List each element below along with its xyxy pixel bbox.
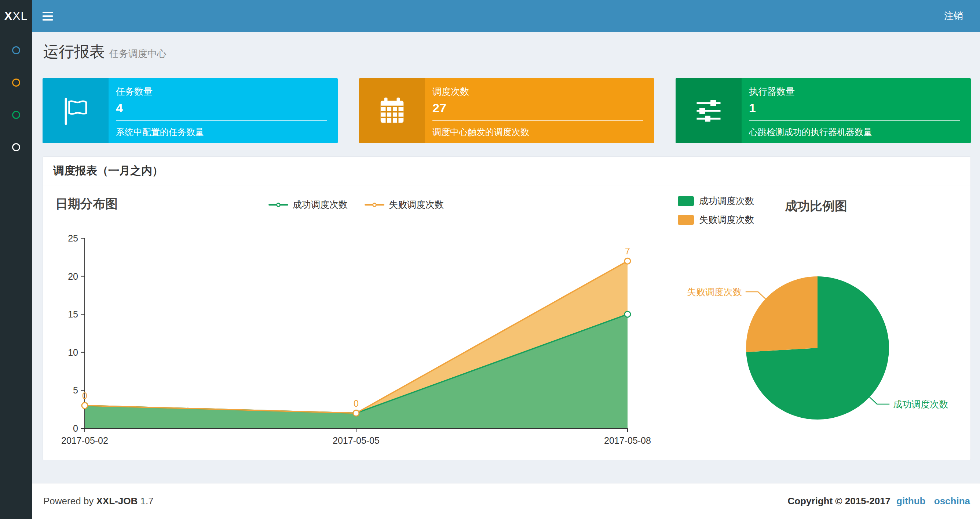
info-box-icon-area [359,78,425,143]
app-root: XXL 注销 运行报表任务调度中心 [0,0,980,519]
sidebar-item-2[interactable] [0,66,32,99]
value-label: 7 [625,246,630,256]
info-box-icon-area [676,78,741,143]
divider [749,120,960,121]
logo-text-bold: X [5,9,13,23]
page-subtitle: 任务调度中心 [109,48,167,59]
stats-row: 任务数量 4 系统中配置的任务数量 [32,62,980,143]
value-label: 0 [353,398,359,409]
legend-label: 失败调度次数 [699,214,754,226]
stat-description: 心跳检测成功的执行器机器数量 [749,126,960,138]
divider [116,120,327,121]
y-axis-label: 10 [68,347,78,358]
sidebar-toggle-button[interactable] [32,0,64,32]
pie-chart-title: 成功比例图 [785,198,847,215]
pie-label: 成功调度次数 [893,399,948,409]
info-box-triggers: 调度次数 27 调度中心触发的调度次数 [359,78,654,143]
fail-point [353,410,359,416]
panel-title: 调度报表（一月之内） [43,157,970,185]
info-box-icon-area [43,78,108,143]
oschina-link[interactable]: oschina [934,495,970,506]
x-axis-label: 2017-05-02 [61,435,108,446]
sidebar-item-3[interactable] [0,99,32,131]
legend-item-fail[interactable]: 失败调度次数 [364,198,444,211]
y-axis-label: 5 [73,385,78,395]
y-axis-label: 20 [68,271,78,281]
footer: Powered by XXL-JOB 1.7 Copyright © 2015-… [32,483,980,519]
copyright: Copyright © 2015-2017 [788,495,891,507]
circle-outline-icon [12,78,20,86]
logo-text: XL [13,9,27,23]
circle-outline-icon [12,111,20,119]
legend-item-success[interactable]: 成功调度次数 [269,198,348,211]
y-axis-label: 15 [68,309,78,319]
info-box-executors: 执行器数量 1 心跳检测成功的执行器机器数量 [676,78,971,143]
content-header: 运行报表任务调度中心 [32,32,980,62]
divider [433,120,643,121]
github-link[interactable]: github [896,495,925,506]
circle-outline-icon [12,143,20,151]
info-box-tasks: 任务数量 4 系统中配置的任务数量 [43,78,338,143]
top-navbar: XXL 注销 [0,0,980,32]
report-panel: 调度报表（一月之内） 05101520252017-05-022017-05-0… [43,156,971,460]
stat-title: 执行器数量 [749,86,960,97]
y-axis-label: 25 [68,233,78,243]
sidebar-item-4[interactable] [0,131,32,163]
sidebar [0,32,32,519]
sliders-icon [694,96,723,126]
powered-by: Powered by XXL-JOB 1.7 [43,495,154,507]
legend-label: 失败调度次数 [389,198,444,211]
page-title: 运行报表任务调度中心 [43,43,971,62]
stat-value: 27 [433,101,643,115]
date-distribution-chart: 05101520252017-05-022017-05-052017-05-08… [43,185,667,460]
line-legend-marker-icon [269,204,288,206]
pie-chart-legend: 成功调度次数 失败调度次数 [678,195,754,226]
stat-description: 调度中心触发的调度次数 [433,126,643,138]
success-ratio-pie-chart: 成功调度次数失败调度次数 [667,185,971,460]
legend-item-fail[interactable]: 失败调度次数 [678,214,754,226]
fail-point [82,402,88,409]
pie-slice-1 [746,276,818,352]
swatch-icon [678,196,694,206]
success-point [625,311,630,317]
y-axis-label: 0 [73,423,78,433]
pie-label-line [869,396,889,404]
line-legend-marker-icon [364,204,384,206]
stat-value: 1 [749,101,960,115]
stat-title: 调度次数 [433,86,643,97]
stat-value: 4 [116,101,327,115]
main-content: 运行报表任务调度中心 任务数量 4 系统中配置的任务数量 [32,32,980,483]
legend-label: 成功调度次数 [699,195,754,207]
stat-title: 任务数量 [116,86,327,97]
legend-item-success[interactable]: 成功调度次数 [678,195,754,207]
stat-description: 系统中配置的任务数量 [116,126,327,138]
value-label: 0 [82,391,87,401]
line-chart-legend: 成功调度次数 失败调度次数 [85,198,628,211]
calendar-icon [377,96,407,126]
x-axis-label: 2017-05-05 [332,435,380,446]
logo[interactable]: XXL [0,0,32,32]
circle-outline-icon [12,46,20,54]
legend-label: 成功调度次数 [293,198,348,211]
hamburger-icon [43,12,53,13]
panel-body: 05101520252017-05-022017-05-052017-05-08… [43,185,970,460]
x-axis-label: 2017-05-08 [604,435,651,446]
pie-label-line [746,292,766,300]
pie-label: 失败调度次数 [687,287,742,297]
flag-icon [61,96,90,126]
logout-link[interactable]: 注销 [927,0,980,32]
sidebar-item-1[interactable] [0,34,32,66]
fail-point [625,258,630,264]
swatch-icon [678,215,694,225]
